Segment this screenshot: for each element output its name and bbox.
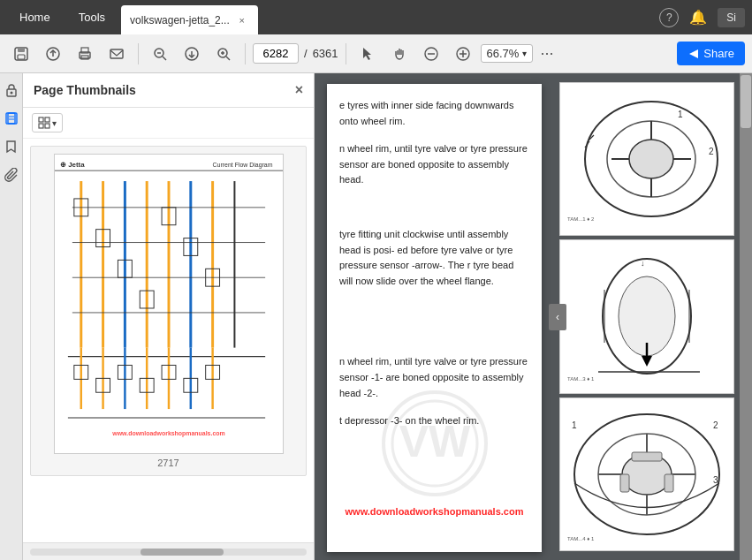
tire-image-3: 1 2 3 TAM...4 ♦ 1 bbox=[559, 397, 734, 551]
cursor-tool-button[interactable] bbox=[353, 40, 382, 68]
view-dropdown-icon: ▾ bbox=[52, 118, 57, 128]
more-options-button[interactable]: ··· bbox=[536, 44, 557, 63]
zoom-in-button[interactable] bbox=[209, 40, 238, 68]
svg-text:1: 1 bbox=[678, 110, 683, 119]
svg-marker-16 bbox=[363, 48, 371, 60]
svg-text:1: 1 bbox=[572, 420, 577, 430]
svg-text:www.downloadworkshopmanuals.co: www.downloadworkshopmanuals.com bbox=[111, 430, 224, 437]
pages-icon[interactable] bbox=[2, 109, 21, 128]
svg-text:TAM...3 ♦ 1: TAM...3 ♦ 1 bbox=[567, 376, 595, 382]
text-block-2: n wheel rim, until tyre valve or tyre pr… bbox=[339, 141, 529, 188]
lock-icon[interactable] bbox=[2, 80, 21, 100]
svg-text:⊕ Jetta: ⊕ Jetta bbox=[59, 161, 84, 169]
panel-bottom-bar bbox=[23, 542, 314, 560]
svg-line-10 bbox=[163, 57, 166, 60]
svg-rect-6 bbox=[81, 56, 88, 59]
left-sidebar bbox=[0, 73, 23, 560]
view-options-button[interactable]: ▾ bbox=[32, 113, 63, 132]
watermark: www.downloadworkshopmanuals.com bbox=[346, 506, 524, 517]
tire-image-2: TAM...3 ♦ 1 ↓ bbox=[559, 239, 734, 393]
zoom-dropdown-icon[interactable]: ▾ bbox=[522, 49, 527, 58]
svg-text:2: 2 bbox=[709, 147, 714, 156]
svg-point-23 bbox=[10, 92, 12, 95]
content-wrapper: ‹ e tyres with inner side facing downwar… bbox=[315, 73, 752, 560]
tire-image-1: 1 2 TAM...1 ♦ 2 bbox=[559, 82, 734, 236]
svg-text:TAM...4 ♦ 1: TAM...4 ♦ 1 bbox=[567, 536, 595, 541]
zoom-plus-button[interactable] bbox=[449, 40, 477, 68]
thumbnails-panel: Page Thumbnails × ▾ ⊕ Jetta Current Flow… bbox=[23, 73, 315, 560]
pdf-content-area[interactable]: ‹ e tyres with inner side facing downwar… bbox=[315, 73, 752, 560]
zoom-level-value: 66.7% bbox=[487, 47, 520, 60]
thumbnails-scroll-area[interactable]: ⊕ Jetta Current Flow Diagram bbox=[23, 139, 314, 542]
page-number-input[interactable] bbox=[253, 43, 299, 64]
hand-tool-button[interactable] bbox=[385, 40, 414, 68]
panel-title: Page Thumbnails bbox=[34, 83, 136, 97]
tab-bar-actions: ? 🔔 Si bbox=[659, 8, 745, 27]
svg-rect-7 bbox=[110, 49, 123, 58]
save-button[interactable] bbox=[7, 40, 35, 68]
svg-text:↓: ↓ bbox=[641, 259, 645, 268]
svg-rect-30 bbox=[39, 124, 43, 128]
separator-2 bbox=[245, 43, 246, 64]
text-block-3: tyre fitting unit clockwise until assemb… bbox=[339, 227, 529, 289]
tab-tools[interactable]: Tools bbox=[66, 4, 118, 31]
svg-rect-107 bbox=[665, 474, 673, 492]
zoom-level-group[interactable]: 66.7% ▾ bbox=[481, 44, 534, 63]
nav-arrow-left[interactable]: ‹ bbox=[549, 304, 566, 330]
svg-rect-106 bbox=[620, 474, 629, 492]
right-images-panel: 1 2 TAM...1 ♦ 2 bbox=[554, 73, 740, 560]
sign-in-button[interactable]: Si bbox=[718, 8, 745, 27]
svg-text:Current Flow Diagram: Current Flow Diagram bbox=[212, 162, 272, 169]
svg-text:2: 2 bbox=[713, 420, 718, 430]
thumbnail-item[interactable]: ⊕ Jetta Current Flow Diagram bbox=[30, 146, 307, 476]
svg-point-76 bbox=[629, 140, 673, 178]
upload-button[interactable] bbox=[39, 40, 67, 68]
vw-logo-watermark: VW bbox=[382, 390, 488, 499]
download-button[interactable] bbox=[178, 40, 206, 68]
tab-close-button[interactable]: × bbox=[235, 13, 249, 27]
svg-rect-1 bbox=[18, 48, 25, 52]
svg-line-15 bbox=[226, 57, 230, 60]
svg-text:VW: VW bbox=[399, 417, 470, 466]
page-separator: / bbox=[304, 47, 308, 60]
thumbnail-page-number: 2717 bbox=[157, 458, 179, 468]
svg-text:3: 3 bbox=[713, 475, 718, 485]
panel-header: Page Thumbnails × bbox=[23, 73, 314, 108]
zoom-minus-button[interactable] bbox=[417, 40, 445, 68]
toolbar: / 6361 66.7% ▾ ··· Share bbox=[0, 34, 752, 73]
svg-rect-29 bbox=[45, 117, 49, 122]
email-button[interactable] bbox=[103, 40, 131, 68]
help-icon[interactable]: ? bbox=[659, 8, 679, 27]
panel-close-button[interactable]: × bbox=[295, 82, 303, 98]
tab-document[interactable]: volkswagen-jetta_2... × bbox=[121, 5, 258, 34]
share-label: Share bbox=[703, 47, 734, 60]
svg-rect-2 bbox=[18, 55, 25, 59]
thumbnail-image: ⊕ Jetta Current Flow Diagram bbox=[54, 154, 284, 454]
scroll-thumb[interactable] bbox=[741, 75, 751, 128]
print-button[interactable] bbox=[71, 40, 99, 68]
page-navigation: / 6361 bbox=[253, 43, 338, 64]
svg-rect-28 bbox=[39, 117, 43, 122]
document-tab-label: volkswagen-jetta_2... bbox=[130, 14, 230, 26]
separator-1 bbox=[138, 43, 139, 64]
bookmark-icon[interactable] bbox=[2, 137, 21, 156]
text-block-1: e tyres with inner side facing downwards… bbox=[339, 98, 529, 129]
svg-text:TAM...1 ♦ 2: TAM...1 ♦ 2 bbox=[567, 216, 595, 222]
svg-marker-90 bbox=[642, 356, 652, 367]
zoom-out-button[interactable] bbox=[146, 40, 174, 68]
svg-rect-105 bbox=[632, 452, 662, 461]
tab-home[interactable]: Home bbox=[7, 4, 63, 31]
total-pages: 6361 bbox=[313, 47, 338, 60]
svg-rect-31 bbox=[45, 124, 49, 128]
separator-3 bbox=[346, 43, 346, 64]
panel-toolbar: ▾ bbox=[23, 108, 314, 139]
right-scrollbar[interactable] bbox=[740, 73, 752, 560]
main-area: Page Thumbnails × ▾ ⊕ Jetta Current Flow… bbox=[0, 73, 752, 560]
tab-bar: Home Tools volkswagen-jetta_2... × ? 🔔 S… bbox=[0, 0, 752, 34]
share-button[interactable]: Share bbox=[677, 42, 745, 65]
attachment-icon[interactable] bbox=[2, 165, 21, 185]
notification-icon[interactable]: 🔔 bbox=[689, 9, 707, 26]
